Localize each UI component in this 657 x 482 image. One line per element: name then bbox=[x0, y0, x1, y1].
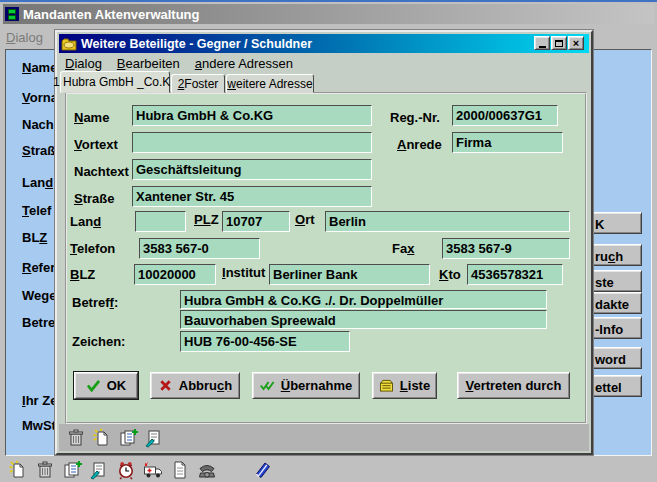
main-toolbar bbox=[6, 458, 274, 482]
nachtext-label: Nachtext bbox=[74, 164, 129, 179]
bg-label-land: Land bbox=[22, 175, 53, 190]
book-icon[interactable] bbox=[251, 459, 274, 481]
anrede-label: Anrede bbox=[397, 137, 442, 152]
institut-input[interactable]: Berliner Bank bbox=[269, 264, 430, 285]
land-input[interactable] bbox=[135, 211, 186, 232]
bg-label-strasse: Straß bbox=[22, 143, 55, 158]
main-titlebar[interactable]: Mandanten Aktenverwaltung bbox=[3, 4, 654, 24]
zeichen-label: Zeichen: bbox=[72, 334, 125, 349]
anrede-input[interactable]: Firma bbox=[452, 132, 563, 153]
name-label: Name bbox=[74, 110, 109, 125]
dialog-toolbar-strip bbox=[59, 424, 589, 451]
vortext-label: Vortext bbox=[74, 137, 118, 152]
alarm-clock-icon[interactable] bbox=[114, 459, 137, 481]
ok-button[interactable]: OK bbox=[74, 372, 138, 399]
vertreten-durch-button-label: Vertreten durch bbox=[465, 378, 561, 393]
app-icon bbox=[5, 7, 19, 21]
bg-label-blz: BLZ bbox=[22, 230, 47, 245]
phone-icon[interactable] bbox=[195, 459, 218, 481]
zeichen-input[interactable]: HUB 76-00-456-SE bbox=[180, 331, 350, 352]
strasse-input[interactable]: Xantener Str. 45 bbox=[132, 186, 372, 207]
minimize-icon bbox=[539, 46, 546, 48]
card-file-icon bbox=[379, 379, 394, 392]
main-window-title: Mandanten Aktenverwaltung bbox=[23, 7, 199, 22]
bg-label-ihr-zeichen: Ihr Ze bbox=[22, 393, 57, 408]
liste-button[interactable]: Liste bbox=[372, 372, 437, 399]
document-icon[interactable] bbox=[168, 459, 191, 481]
tab-hubra[interactable]: 1 Hubra GmbH _Co.K.. bbox=[60, 71, 170, 93]
blz-input[interactable]: 10020000 bbox=[134, 264, 216, 285]
bg-label-telefon: Telef bbox=[22, 203, 51, 218]
new-document-icon[interactable] bbox=[90, 427, 113, 449]
dialog-window: Weitere Beteiligte - Gegner / Schuldner … bbox=[55, 30, 593, 455]
main-menu-dialog[interactable]: Dialog bbox=[6, 30, 43, 45]
bg-label-betreff: Betre bbox=[22, 315, 55, 330]
ort-label: Ort bbox=[295, 212, 315, 227]
edit-document-icon[interactable] bbox=[87, 459, 110, 481]
new-document-icon[interactable] bbox=[6, 459, 29, 481]
ok-button-label: OK bbox=[107, 378, 127, 393]
dialog-titlebar[interactable]: Weitere Beteiligte - Gegner / Schuldner bbox=[59, 34, 589, 53]
bg-label-nachname: Nach bbox=[22, 117, 54, 132]
abbruch-button[interactable]: Abbruch bbox=[150, 372, 240, 399]
bg-label-mwst: MwSt bbox=[22, 418, 56, 433]
telefon-label: Telefon bbox=[70, 241, 115, 256]
maximize-icon bbox=[555, 40, 563, 47]
betreff-input-1[interactable]: Hubra GmbH & Co.KG ./. Dr. Doppelmüller bbox=[180, 290, 547, 309]
blz-label: BLZ bbox=[70, 267, 95, 282]
plz-input[interactable]: 10707 bbox=[222, 211, 290, 232]
tab-foster[interactable]: 2 Foster bbox=[171, 74, 225, 93]
vortext-input[interactable] bbox=[132, 132, 372, 153]
cross-icon bbox=[158, 379, 173, 392]
menu-andere-adressen[interactable]: andere Adressen bbox=[195, 56, 293, 73]
strasse-label: Straße bbox=[74, 191, 114, 206]
nachtext-input[interactable]: Geschäftsleitung bbox=[132, 159, 372, 180]
bg-label-wegen: Wege bbox=[22, 288, 56, 303]
double-check-icon bbox=[260, 379, 275, 392]
dialog-maximize-button[interactable] bbox=[551, 36, 567, 50]
tab-weitere-adresse[interactable]: weitere Adresse bbox=[226, 74, 314, 93]
kto-label: Kto bbox=[439, 267, 461, 282]
main-window: Mandanten Aktenverwaltung × Dialog Name … bbox=[0, 0, 657, 482]
dialog-folder-icon bbox=[61, 37, 77, 51]
liste-button-label: Liste bbox=[400, 378, 430, 393]
plz-label: PLZ bbox=[194, 212, 219, 227]
trash-icon[interactable] bbox=[33, 459, 56, 481]
vertreten-durch-button[interactable]: Vertreten durch bbox=[457, 372, 570, 399]
kto-input[interactable]: 4536578321 bbox=[467, 264, 563, 285]
institut-label: Institut bbox=[222, 265, 265, 280]
close-icon: × bbox=[573, 38, 579, 48]
copy-plus-icon[interactable] bbox=[60, 459, 83, 481]
betreff-label: Betreff: bbox=[72, 295, 118, 310]
trash-icon[interactable] bbox=[64, 427, 87, 449]
dialog-close-button[interactable]: × bbox=[568, 36, 584, 50]
name-input[interactable]: Hubra GmbH & Co.KG bbox=[132, 105, 372, 126]
fax-label: Fax bbox=[392, 241, 414, 256]
bg-label-vorname: Vorna bbox=[22, 90, 58, 105]
uebernahme-button[interactable]: Übernahme bbox=[252, 372, 360, 399]
edit-document-icon[interactable] bbox=[142, 427, 165, 449]
dialog-toolbar bbox=[64, 427, 165, 449]
ambulance-icon[interactable] bbox=[141, 459, 164, 481]
telefon-input[interactable]: 3583 567-0 bbox=[139, 238, 260, 259]
fax-input[interactable]: 3583 567-9 bbox=[442, 238, 570, 259]
ort-input[interactable]: Berlin bbox=[325, 211, 570, 232]
regnr-label: Reg.-Nr. bbox=[390, 110, 440, 125]
betreff-input-2[interactable]: Bauvorhaben Spreewald bbox=[180, 310, 547, 329]
bg-label-referenz: Refer bbox=[22, 260, 55, 275]
dialog-minimize-button[interactable] bbox=[534, 36, 550, 50]
land-label: Land bbox=[70, 214, 101, 229]
regnr-input[interactable]: 2000/00637G1 bbox=[452, 105, 558, 126]
dialog-title: Weitere Beteiligte - Gegner / Schuldner bbox=[81, 37, 312, 51]
uebernahme-button-label: Übernahme bbox=[281, 378, 353, 393]
copy-plus-icon[interactable] bbox=[116, 427, 139, 449]
check-icon bbox=[86, 379, 101, 392]
bg-label-name: Name bbox=[22, 60, 57, 75]
abbruch-button-label: Abbruch bbox=[179, 378, 232, 393]
